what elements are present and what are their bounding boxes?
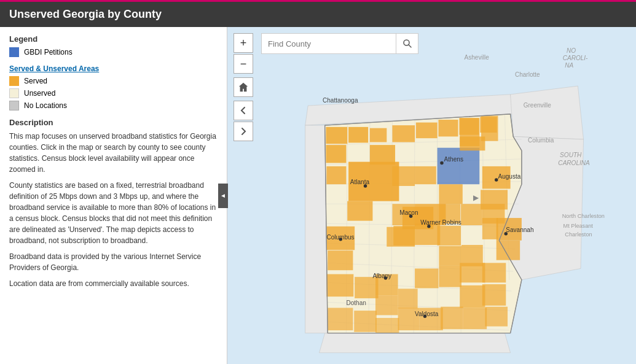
description-title: Description [9,118,218,127]
svg-text:▶: ▶ [473,193,479,202]
search-input[interactable] [261,33,396,54]
svg-text:Warner Robins: Warner Robins [420,219,461,226]
served-label: Served [24,77,47,85]
gbdi-swatch [9,47,19,57]
svg-rect-51 [326,274,353,297]
back-arrow-icon [239,106,248,115]
served-unserved-title[interactable]: Served & Unserved Areas [9,64,218,73]
svg-rect-23 [370,128,387,142]
svg-text:NA: NA [565,62,573,69]
svg-text:Valdosta: Valdosta [415,311,439,317]
map-area[interactable]: + − [227,27,636,364]
sidebar-wrapper: Legend GBDI Petitions Served & Unserved … [0,27,227,364]
svg-rect-65 [485,307,508,327]
svg-text:Mt Pleasant: Mt Pleasant [563,223,594,229]
description-para-1: This map focuses on unserved broadband s… [9,131,218,175]
svg-rect-31 [370,145,395,165]
svg-rect-32 [347,201,372,221]
svg-text:Asheville: Asheville [465,54,490,61]
svg-rect-77 [439,246,461,266]
svg-text:NO: NO [567,47,576,54]
legend-section: Legend GBDI Petitions [9,34,218,57]
svg-rect-27 [438,120,458,136]
svg-text:CAROLI-: CAROLI- [563,55,588,61]
home-button[interactable] [234,77,253,97]
svg-text:Chattanooga: Chattanooga [323,97,358,104]
svg-rect-49 [497,241,520,260]
svg-rect-39 [392,166,415,186]
svg-rect-70 [439,184,462,204]
svg-text:Atlanta: Atlanta [350,179,370,185]
svg-rect-22 [348,127,368,143]
svg-rect-41 [326,166,346,184]
svg-rect-64 [463,308,487,330]
svg-line-1 [409,45,411,47]
svg-text:North Charleston: North Charleston [562,213,605,219]
main-content: Legend GBDI Petitions Served & Unserved … [0,27,636,364]
description-para-4: Location data are from commercially avai… [9,278,218,289]
svg-point-80 [440,161,443,165]
svg-rect-57 [439,266,461,287]
map-controls: + − [234,33,253,142]
svg-text:Charleston: Charleston [565,231,592,238]
svg-rect-58 [460,285,485,308]
back-button[interactable] [234,101,253,120]
svg-text:Athens: Athens [444,156,463,163]
no-locations-label: No Locations [24,101,67,110]
svg-rect-47 [328,250,353,270]
svg-text:Columbus: Columbus [326,234,354,241]
svg-rect-24 [326,145,346,163]
svg-rect-33 [438,148,480,184]
svg-text:Augusta: Augusta [498,173,520,180]
unserved-item: Unserved [9,88,218,98]
georgia-map[interactable]: Chattanooga Atlanta Athens Augusta Macon… [227,27,636,364]
svg-rect-25 [392,125,415,142]
svg-rect-61 [375,295,398,315]
search-icon [402,39,412,48]
search-bar [261,33,418,54]
svg-text:CAROLINA: CAROLINA [558,160,590,166]
svg-rect-76 [438,226,461,246]
description-para-3: Broadband data is provided by the variou… [9,251,218,273]
svg-rect-66 [328,308,353,331]
unserved-label: Unserved [24,89,55,98]
svg-rect-37 [460,118,479,146]
forward-button[interactable] [234,122,253,141]
svg-text:Dothan: Dothan [346,300,366,306]
svg-text:Macon: Macon [399,209,418,216]
svg-rect-56 [415,268,438,288]
served-unserved-section: Served & Unserved Areas Served Unserved … [9,64,218,110]
svg-rect-63 [441,307,463,330]
svg-rect-26 [416,123,438,139]
legend-item-gbdi: GBDI Petitions [9,47,218,57]
svg-rect-21 [326,127,347,144]
svg-text:Columbia: Columbia [528,137,554,144]
svg-rect-72 [461,204,482,225]
svg-rect-38 [481,116,498,141]
svg-rect-40 [415,166,436,184]
svg-text:Albany: Albany [372,273,391,279]
svg-text:SOUTH: SOUTH [560,152,582,158]
no-locations-item: No Locations [9,101,218,110]
svg-text:Greenville: Greenville [524,102,552,109]
description-para-2: County statistics are based on a fixed, … [9,180,218,246]
svg-rect-52 [355,277,378,298]
served-swatch [9,76,19,86]
svg-rect-69 [375,318,399,333]
no-locations-swatch [9,101,19,110]
zoom-in-button[interactable]: + [234,33,253,53]
zoom-out-button[interactable]: − [234,54,253,74]
svg-rect-59 [482,284,506,306]
page-title: Unserved Georgia by County [9,8,162,20]
served-item: Served [9,76,218,86]
nav-buttons [234,101,253,142]
collapse-sidebar-button[interactable]: ◄ [218,184,228,208]
legend-title: Legend [9,34,218,44]
gbdi-label: GBDI Petitions [24,48,73,56]
search-button[interactable] [396,33,418,54]
svg-text:Savannah: Savannah [506,227,533,233]
description-section: Description This map focuses on unserved… [9,118,218,289]
sidebar: Legend GBDI Petitions Served & Unserved … [0,27,227,364]
svg-rect-78 [461,245,483,266]
forward-arrow-icon [239,127,248,136]
